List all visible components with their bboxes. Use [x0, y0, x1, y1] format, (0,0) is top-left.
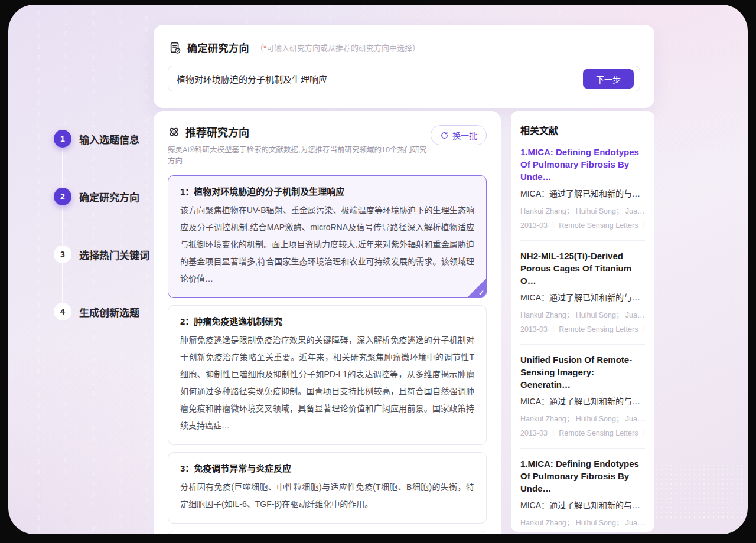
recommended-directions-header: 推荐研究方向 鲸灵AI®科研大模型基于检索的文献数据,为您推荐当前研究领域的10…	[168, 124, 487, 166]
app-canvas: 0100110100101100101001101001011010010110…	[8, 5, 748, 534]
recommended-title-block: 推荐研究方向 鲸灵AI®科研大模型基于检索的文献数据,为您推荐当前研究领域的10…	[168, 124, 431, 166]
direction-card-title: 3：免疫调节异常与炎症反应	[180, 462, 474, 474]
literature-authors: Hankui Zhang； Huihui Song； Jua…	[520, 205, 645, 216]
check-icon: ✓	[478, 289, 484, 297]
panel-subtitle: 鲸灵AI®科研大模型基于检索的文献数据,为您推荐当前研究领域的10个热门研究方向	[168, 143, 431, 166]
literature-description: MICA：通过了解已知和新的与…	[520, 291, 645, 303]
direction-card-body: 肿瘤免疫逃逸是限制免疫治疗效果的关键障碍，深入解析免疫逃逸的分子机制对于创新免疫…	[180, 332, 474, 434]
literature-title-link[interactable]: NH2-MIL-125(Ti)-Derived Porous Cages Of …	[520, 250, 645, 287]
literature-meta: 2013-03 ｜ Remote Sensing Letters ｜	[520, 219, 645, 230]
literature-authors: Hankui Zhang； Huihui Song； Jua…	[520, 309, 645, 320]
direction-card-body: 分析因有免疫(巨噬细胞、中性粒细胞)与适应性免疫(T细胞、B细胞)的失衡，特定细…	[180, 479, 474, 513]
literature-meta: 2013-03 ｜ Remote Sensing Letters ｜	[520, 531, 645, 534]
binary-decor: 0100110100101100101001101001011010010110…	[35, 5, 42, 534]
literature-meta: 2013-03 ｜ Remote Sensing Letters ｜	[520, 323, 645, 334]
section-hint: （*可输入研究方向或从推荐的研究方向中选择）	[256, 42, 420, 53]
direction-card-title: 1：植物对环境胁迫的分子机制及生理响应	[180, 185, 474, 197]
binary-decor: 0100110100101100101001101001011010010110…	[90, 5, 96, 534]
binary-decor: 0100110100101100101001101001011010010110…	[143, 5, 149, 534]
atom-icon	[168, 126, 180, 138]
step-number-badge: 3	[54, 246, 71, 263]
section-title: 确定研究方向	[187, 40, 249, 55]
literature-title-link[interactable]: 1.MICA: Defining Endotypes Of Pulmonary …	[520, 457, 645, 495]
step-number-badge: 4	[54, 303, 71, 320]
step-item-generate-topic[interactable]: 4 生成创新选题	[54, 303, 139, 320]
step-item-input-topic[interactable]: 1 输入选题信息	[54, 130, 139, 148]
step-label: 输入选题信息	[79, 132, 139, 146]
binary-decor: 0100110100101100101001101001011010010110…	[117, 5, 123, 534]
hint-text: 可输入研究方向或从推荐的研究方向中选择）	[266, 44, 420, 53]
related-literature-panel: 相关文献 1.MICA: Defining Endotypes Of Pulmo…	[511, 111, 654, 532]
literature-meta: 2013-03 ｜ Remote Sensing Letters ｜	[520, 427, 645, 438]
literature-description: MICA：通过了解已知和新的与…	[520, 187, 645, 199]
literature-authors: Hankui Zhang； Huihui Song； Jua…	[520, 413, 645, 424]
literature-title-link[interactable]: Unified Fusion Of Remote-Sensing Imagery…	[520, 354, 645, 391]
direction-card-1-selected[interactable]: 1：植物对环境胁迫的分子机制及生理响应 该方向聚焦植物在UV-B辐射、重金属污染…	[168, 175, 487, 298]
refresh-icon	[440, 131, 449, 140]
literature-description: MICA：通过了解已知和新的与…	[520, 395, 645, 407]
step-number-badge: 2	[54, 188, 71, 205]
direction-input[interactable]	[168, 66, 640, 91]
direction-card-list: 1：植物对环境胁迫的分子机制及生理响应 该方向聚焦植物在UV-B辐射、重金属污染…	[168, 175, 487, 534]
step-label: 确定研究方向	[79, 189, 139, 204]
literature-item-4[interactable]: 1.MICA: Defining Endotypes Of Pulmonary …	[520, 449, 645, 534]
step-label: 选择热门关键词	[79, 247, 149, 262]
panel-title: 推荐研究方向	[185, 124, 249, 139]
research-direction-header: 确定研究方向 （*可输入研究方向或从推荐的研究方向中选择）	[169, 40, 420, 55]
research-direction-card: 确定研究方向 （*可输入研究方向或从推荐的研究方向中选择） 下一步	[154, 25, 654, 108]
binary-decor: 0100110100101100101001101001011010010110…	[63, 5, 69, 534]
steps-connector-line	[62, 139, 63, 312]
recommended-directions-panel: 推荐研究方向 鲸灵AI®科研大模型基于检索的文献数据,为您推荐当前研究领域的10…	[154, 111, 501, 534]
refresh-label: 换一批	[452, 129, 477, 141]
step-label: 生成创新选题	[79, 305, 139, 319]
refresh-batch-button[interactable]: 换一批	[431, 125, 487, 145]
direction-card-3[interactable]: 3：免疫调节异常与炎症反应 分析因有免疫(巨噬细胞、中性粒细胞)与适应性免疫(T…	[168, 452, 487, 524]
hint-open: （	[256, 44, 263, 53]
document-check-icon	[169, 41, 182, 54]
step-item-confirm-direction[interactable]: 2 确定研究方向	[54, 188, 139, 205]
step-number-badge: 1	[54, 130, 71, 148]
literature-panel-title: 相关文献	[520, 123, 645, 137]
direction-input-wrapper: 下一步	[168, 66, 640, 91]
literature-item-1[interactable]: 1.MICA: Defining Endotypes Of Pulmonary …	[520, 137, 645, 241]
literature-item-2[interactable]: NH2-MIL-125(Ti)-Derived Porous Cages Of …	[520, 241, 645, 345]
direction-card-4[interactable]: 4：肿瘤免疫逃逸机制研究 肿瘤免疫逃逸是限制免疫治疗效果的关键障碍，深入解析免疫…	[168, 531, 487, 534]
literature-title-link[interactable]: 1.MICA: Defining Endotypes Of Pulmonary …	[520, 146, 645, 183]
step-item-select-keywords[interactable]: 3 选择热门关键词	[54, 246, 149, 263]
direction-card-2[interactable]: 2：肿瘤免疫逃逸机制研究 肿瘤免疫逃逸是限制免疫治疗效果的关键障碍，深入解析免疫…	[168, 305, 487, 445]
literature-item-3[interactable]: Unified Fusion Of Remote-Sensing Imagery…	[520, 345, 645, 449]
direction-card-title: 2：肿瘤免疫逃逸机制研究	[180, 315, 474, 327]
literature-authors: Hankui Zhang； Huihui Song； Jua…	[520, 516, 645, 528]
literature-description: MICA：通过了解已知和新的与…	[520, 499, 645, 511]
direction-card-body: 该方向聚焦植物在UV-B辐射、重金属污染、极端温度等环境胁迫下的生理生态响应及分…	[180, 202, 474, 287]
next-step-button[interactable]: 下一步	[583, 69, 634, 89]
